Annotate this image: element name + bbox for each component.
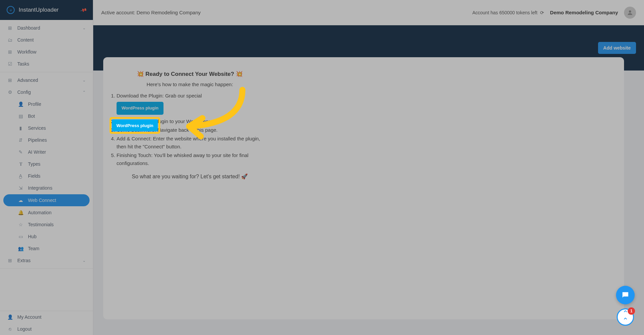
pencil-icon: ✎ [18, 149, 23, 155]
step-item: Come Back Here: Navigate back to this pa… [117, 126, 270, 134]
sidebar-item-label: Profile [28, 101, 41, 107]
sidebar-sub-testimonials[interactable]: ☆ Testimonials [0, 219, 93, 231]
sidebar-item-tasks[interactable]: ☑ Tasks [0, 58, 93, 70]
sidebar-item-label: Workflow [17, 49, 36, 55]
sidebar-sub-integrations[interactable]: ⇲ Integrations [0, 182, 93, 194]
sidebar-item-workflow[interactable]: ⊞ Workflow [0, 46, 93, 58]
active-account-label: Active account: Demo Remodeling Company [101, 10, 200, 15]
star-icon: ☆ [18, 222, 23, 227]
grid-icon: ⊞ [7, 258, 13, 263]
pipelines-icon: ⇵ [18, 137, 23, 143]
user-icon: 👤 [7, 314, 13, 320]
sidebar-sub-services[interactable]: ▮ Services [0, 122, 93, 134]
grid-icon: ⊞ [7, 25, 13, 31]
types-icon: 𝐓 [18, 161, 23, 167]
team-icon: 👥 [18, 246, 23, 251]
check-icon: ☑ [7, 61, 13, 67]
sidebar-sub-ai-writer[interactable]: ✎ AI Writer [0, 146, 93, 158]
sidebar-sub-types[interactable]: 𝐓 Types [0, 158, 93, 170]
sidebar-item-extras[interactable]: ⊞ Extras ⌄ [0, 254, 93, 266]
sidebar-sub-fields[interactable]: A̲ Fields [0, 170, 93, 182]
hub-icon: ▭ [18, 234, 23, 239]
user-avatar-icon [627, 9, 633, 16]
chat-icon [621, 291, 630, 299]
sidebar-item-label: Extras [17, 258, 31, 263]
sidebar-item-label: Content [17, 37, 34, 43]
chevron-down-icon: ⌄ [83, 26, 86, 30]
sidebar-item-label: Team [28, 246, 39, 251]
chevron-down-icon: ⌄ [83, 258, 86, 263]
instruction-card: 💥 Ready to Connect Your Website? 💥 Here'… [103, 57, 624, 319]
sidebar-header: » InstantUploader 📌 [0, 0, 93, 20]
sidebar-item-label: Fields [28, 173, 40, 179]
brand-logo-icon: » [7, 6, 15, 14]
sidebar-item-logout[interactable]: ⎋ Logout [0, 323, 93, 335]
sidebar: » InstantUploader 📌 ⊞ Dashboard ⌄ 🗂 Cont… [0, 0, 93, 335]
sidebar-footer: 👤 My Account ⎋ Logout [0, 311, 93, 335]
user-icon: 👤 [18, 101, 23, 107]
sidebar-sub-team[interactable]: 👥 Team [0, 243, 93, 254]
cloud-icon: ☁ [18, 198, 23, 203]
gear-icon: ⚙ [7, 89, 13, 95]
services-icon: ▮ [18, 125, 23, 131]
sidebar-item-label: Advanced [17, 78, 38, 83]
sidebar-item-label: My Account [17, 314, 41, 320]
topbar: Active account: Demo Remodeling Company … [93, 0, 644, 25]
refresh-icon[interactable]: ⟳ [540, 10, 544, 15]
brand-name: InstantUploader [19, 7, 59, 13]
sidebar-sub-automation[interactable]: 🔔 Automation [0, 207, 93, 219]
svg-point-0 [629, 10, 631, 13]
tokens-remaining: Account has 650000 tokens left ⟳ [472, 10, 544, 15]
sidebar-sub-pipelines[interactable]: ⇵ Pipelines [0, 134, 93, 146]
topbar-right: Account has 650000 tokens left ⟳ Demo Re… [472, 7, 636, 19]
sidebar-sub-profile[interactable]: 👤 Profile [0, 98, 93, 110]
card-subtitle: Here's how to make the magic happen: [110, 82, 270, 87]
card-closing: So what are you waiting for? Let's get s… [110, 173, 270, 180]
step-item: Add & Connect: Enter the website where y… [117, 135, 270, 151]
bot-icon: ▤ [18, 113, 23, 119]
sidebar-item-label: Integrations [28, 185, 52, 191]
folder-icon: 🗂 [7, 37, 13, 43]
tokens-text: Account has 650000 tokens left [472, 10, 537, 15]
company-name[interactable]: Demo Remodeling Company [550, 10, 618, 15]
sidebar-item-label: Testimonials [28, 222, 54, 227]
sidebar-item-advanced[interactable]: ⊞ Advanced ⌄ [0, 74, 93, 86]
sidebar-item-label: Config [17, 89, 31, 95]
sidebar-item-my-account[interactable]: 👤 My Account [0, 311, 93, 323]
sidebar-item-label: Pipelines [28, 137, 47, 143]
sidebar-sub-web-connect[interactable]: ☁ Web Connect [3, 194, 90, 206]
sidebar-item-label: Bot [28, 113, 35, 119]
steps-list: Download the Plugin: Grab our special Wo… [110, 92, 270, 167]
nav-section-main: ⊞ Dashboard ⌄ 🗂 Content ⊞ Workflow ☑ Tas… [0, 20, 93, 72]
sidebar-item-label: AI Writer [28, 149, 46, 155]
wordpress-plugin-button[interactable]: WordPress plugin [117, 102, 163, 115]
notification-badge: 1 [628, 307, 635, 315]
chevron-up-double-icon: ⌃⌃ [622, 310, 628, 324]
sidebar-sub-hub[interactable]: ▭ Hub [0, 231, 93, 243]
sidebar-item-config[interactable]: ⚙ Config ⌃ [0, 86, 93, 98]
add-website-button[interactable]: Add website [598, 42, 636, 54]
content-scroll: 💥 Ready to Connect Your Website? 💥 Here'… [93, 57, 644, 335]
fields-icon: A̲ [18, 173, 23, 179]
sidebar-sub-bot[interactable]: ▤ Bot [0, 110, 93, 122]
sidebar-item-dashboard[interactable]: ⊞ Dashboard ⌄ [0, 22, 93, 34]
integrations-icon: ⇲ [18, 185, 23, 191]
sidebar-item-label: Automation [28, 210, 52, 215]
chevron-down-icon: ⌄ [83, 78, 86, 83]
chevron-up-icon: ⌃ [83, 90, 86, 94]
step-item: Download the Plugin: Grab our special Wo… [117, 92, 270, 117]
avatar[interactable] [624, 7, 636, 19]
logout-icon: ⎋ [7, 326, 13, 332]
sidebar-item-content[interactable]: 🗂 Content [0, 34, 93, 46]
nav-section-advanced: ⊞ Advanced ⌄ ⚙ Config ⌃ 👤 Profile ▤ Bot … [0, 72, 93, 269]
step-item: Finishing Touch: You'll be whisked away … [117, 151, 270, 167]
sidebar-item-label: Web Connect [28, 198, 56, 203]
card-title: 💥 Ready to Connect Your Website? 💥 [110, 71, 270, 78]
bell-icon: 🔔 [18, 210, 23, 215]
sidebar-item-label: Tasks [17, 61, 29, 67]
chat-button[interactable] [616, 286, 635, 304]
step-text: Download the Plugin: Grab our special [117, 93, 202, 98]
notification-button[interactable]: ⌃⌃ 1 [617, 308, 634, 326]
floating-actions: ⌃⌃ 1 [616, 286, 635, 326]
pin-icon[interactable]: 📌 [80, 6, 87, 14]
